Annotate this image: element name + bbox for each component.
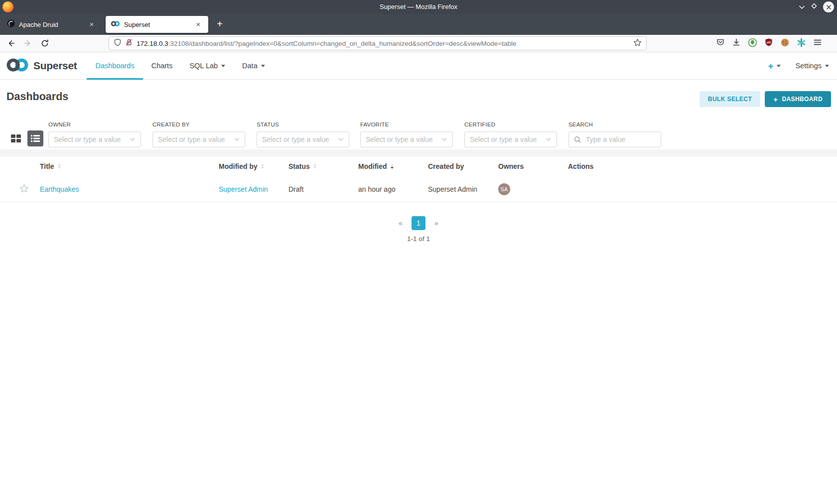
dashboard-list-page: Dashboards BULK SELECT + DASHBOARD OWNER… (0, 80, 837, 504)
sort-icon (58, 164, 61, 169)
tab-label: Superset (124, 21, 193, 28)
cookie-extension-icon[interactable] (780, 38, 790, 49)
chevron-down-icon (546, 137, 552, 141)
nav-item-charts[interactable]: Charts (143, 52, 181, 79)
nav-item-sql-lab[interactable]: SQL Lab (181, 52, 234, 79)
insecure-lock-icon[interactable] (125, 38, 133, 48)
select-placeholder: Select or type a value (262, 135, 329, 143)
nav-item-label: SQL Lab (189, 62, 218, 70)
sort-desc-icon (391, 164, 394, 169)
created-by-cell: Superset Admin (428, 185, 498, 193)
nav-item-label: Data (242, 62, 258, 70)
window-titlebar: Superset — Mozilla Firefox (0, 0, 837, 14)
next-page-button[interactable]: » (434, 219, 438, 227)
shield-icon[interactable] (114, 38, 122, 48)
minimize-icon[interactable] (799, 2, 805, 11)
dashboard-link[interactable]: Earthquakes (40, 185, 79, 193)
bulk-select-button[interactable]: BULK SELECT (699, 91, 760, 107)
column-label: Created by (428, 162, 464, 170)
row-count-summary: 1-1 of 1 (0, 235, 837, 243)
search-input[interactable] (585, 135, 656, 144)
reload-button[interactable] (38, 36, 52, 50)
add-new-menu-button[interactable]: + (768, 61, 780, 71)
nav-item-label: Dashboards (95, 62, 134, 70)
tab-superset[interactable]: Superset × (106, 16, 208, 33)
settings-label: Settings (796, 62, 822, 70)
menu-hamburger-icon[interactable] (813, 38, 822, 49)
table-header-row: Title Modified by Status Modified Create… (0, 156, 837, 176)
close-icon[interactable] (823, 1, 834, 12)
superset-logo[interactable]: Superset (6, 57, 77, 75)
maximize-icon[interactable] (811, 2, 818, 11)
forward-button[interactable] (21, 36, 35, 50)
section-divider (0, 149, 837, 156)
browser-toolbar: 172.18.0.3:32108/dashboard/list/?pageInd… (0, 35, 837, 52)
favorite-cell (8, 184, 40, 195)
pocket-icon[interactable] (716, 38, 725, 49)
back-button[interactable] (4, 36, 18, 50)
column-header-actions: Actions (568, 162, 837, 170)
created-by-filter-select[interactable]: Select or type a value (152, 131, 245, 147)
ublock-icon[interactable]: uO (764, 38, 773, 49)
column-header-created-by: Created by (428, 162, 498, 170)
column-label: Modified by (219, 162, 258, 170)
chevron-down-icon (261, 65, 265, 67)
new-tab-button[interactable]: + (213, 18, 226, 31)
modified-by-link[interactable]: Superset Admin (219, 185, 268, 193)
filter-label-certified: CERTIFIED (464, 122, 557, 127)
privacy-extension-icon[interactable] (748, 38, 757, 49)
new-dashboard-button[interactable]: + DASHBOARD (765, 91, 831, 107)
pagination: « 1 » (0, 216, 837, 230)
tab-close-icon[interactable]: × (193, 19, 203, 29)
chevron-down-icon (338, 137, 344, 141)
settings-menu[interactable]: Settings (796, 62, 829, 70)
column-header-modified-by[interactable]: Modified by (219, 162, 288, 170)
nav-item-dashboards[interactable]: Dashboards (87, 52, 142, 79)
status-filter-select[interactable]: Select or type a value (257, 131, 349, 147)
owner-filter-select[interactable]: Select or type a value (48, 131, 141, 147)
tab-apache-druid[interactable]: Apache Druid × (2, 16, 102, 33)
tab-close-icon[interactable]: × (87, 19, 97, 29)
favorite-star-icon[interactable] (19, 184, 29, 195)
downloads-icon[interactable] (732, 38, 741, 49)
list-view-toggle[interactable] (27, 130, 43, 146)
page-1-button[interactable]: 1 (412, 216, 425, 230)
column-header-title[interactable]: Title (40, 162, 219, 170)
column-header-status[interactable]: Status (288, 162, 358, 170)
column-label: Actions (568, 162, 593, 170)
card-view-toggle[interactable] (9, 132, 22, 145)
chevron-down-icon (234, 137, 240, 141)
column-header-modified[interactable]: Modified (358, 162, 428, 170)
url-path: :32108/dashboard/list/?pageIndex=0&sortC… (168, 40, 517, 47)
firefox-window: Superset — Mozilla Firefox Apache Druid … (0, 0, 837, 504)
new-dashboard-label: DASHBOARD (782, 96, 823, 103)
brand-name: Superset (33, 60, 77, 72)
owner-avatar[interactable]: SA (498, 183, 510, 195)
pinwheel-extension-icon[interactable] (797, 38, 806, 49)
filter-label-search: SEARCH (568, 122, 661, 127)
owners-cell: SA (498, 183, 568, 195)
column-label: Modified (358, 162, 387, 170)
bookmark-star-icon[interactable] (633, 38, 642, 49)
select-placeholder: Select or type a value (158, 135, 225, 143)
favorite-filter-select[interactable]: Select or type a value (360, 131, 453, 147)
prev-page-button[interactable]: « (399, 219, 403, 227)
url-bar[interactable]: 172.18.0.3:32108/dashboard/list/?pageInd… (109, 36, 647, 50)
select-placeholder: Select or type a value (54, 135, 121, 143)
title-cell: Earthquakes (40, 185, 219, 193)
column-header-owners: Owners (498, 162, 568, 170)
modified-by-cell: Superset Admin (219, 185, 288, 193)
certified-filter-select[interactable]: Select or type a value (464, 131, 557, 147)
nav-item-data[interactable]: Data (234, 52, 274, 79)
url-text[interactable]: 172.18.0.3:32108/dashboard/list/?pageInd… (137, 40, 630, 47)
window-title: Superset — Mozilla Firefox (0, 0, 837, 14)
chevron-down-icon (221, 65, 225, 67)
filter-label-favorite: FAVORITE (360, 122, 453, 127)
page-title: Dashboards (6, 91, 68, 103)
column-label: Status (288, 162, 310, 170)
search-icon (574, 136, 581, 143)
plus-icon: + (768, 61, 773, 71)
svg-text:uO: uO (767, 41, 771, 44)
superset-infinity-icon (6, 57, 29, 75)
druid-favicon-icon (7, 19, 15, 29)
